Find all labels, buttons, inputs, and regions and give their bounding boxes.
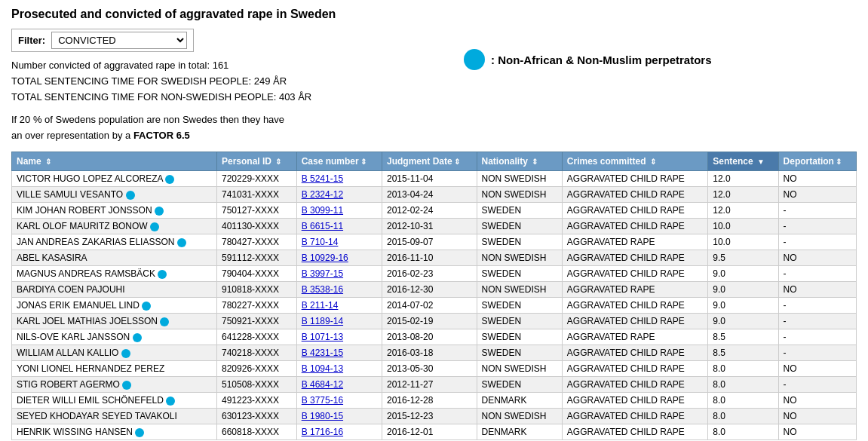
cell-date: 2013-08-20 [382,329,477,345]
factor-line2: an over representation by a FACTOR 6.5 [11,128,857,144]
cell-name: VILLE SAMULI VESANTO [12,186,217,202]
cell-case[interactable]: B 1071-13 [296,329,382,345]
cell-case[interactable]: B 3099-11 [296,202,382,218]
case-link[interactable]: B 10929-16 [302,253,348,263]
case-link[interactable]: B 3099-11 [302,205,343,216]
cell-sentence: 10.0 [708,234,778,250]
cell-case[interactable]: B 3538-16 [296,281,382,297]
case-link[interactable]: B 1189-14 [302,316,343,326]
case-link[interactable]: B 3538-16 [302,284,343,295]
col-date[interactable]: Judgment Date⇕ [382,152,477,170]
cell-case[interactable]: B 1980-15 [296,408,382,424]
cell-case[interactable]: B 710-14 [296,234,382,250]
cell-deportation: - [778,265,856,281]
cell-case[interactable]: B 5241-15 [296,170,382,186]
factor-line1: If 20 % of Swedens population are non Sw… [11,112,857,128]
cell-date: 2016-12-30 [382,281,477,297]
case-link[interactable]: B 3775-16 [302,395,343,406]
table-row: DIETER WILLI EMIL SCHÖNEFELD 491223-XXXX… [12,392,857,408]
cell-case[interactable]: B 6615-11 [296,218,382,234]
cell-name: STIG ROBERT AGERMO [12,376,217,392]
col-deportation[interactable]: Deportation⇕ [778,152,856,170]
cell-deportation: NO [778,424,856,439]
case-link[interactable]: B 211-14 [302,300,339,311]
case-link[interactable]: B 4231-15 [302,348,343,358]
cell-sentence: 9.5 [708,250,778,265]
cell-sentence: 8.5 [708,345,778,360]
cell-name: ABEL KASASIRA [12,250,217,265]
cell-case[interactable]: B 4231-15 [296,345,382,360]
case-link[interactable]: B 3997-15 [302,268,343,279]
cell-pid: 780227-XXXX [217,297,297,313]
cell-name: KARL JOEL MATHIAS JOELSSON [12,313,217,329]
case-link[interactable]: B 1071-13 [302,332,343,342]
table-row: HENRIK WISSING HANSEN 660818-XXXXB 1716-… [12,424,857,439]
cell-sentence: 8.0 [708,376,778,392]
col-crime[interactable]: Crimes committed ⇕ [562,152,707,170]
cell-deportation: NO [778,360,856,376]
cell-sentence: 9.0 [708,297,778,313]
col-name[interactable]: Name ⇕ [12,152,217,170]
non-swedish-sentence-stat: TOTAL SENTENCING TIME FOR NON-SWEDISH PE… [11,90,857,106]
case-link[interactable]: B 1094-13 [302,363,343,374]
cell-nationality: NON SWEDISH [477,408,562,424]
cell-case[interactable]: B 211-14 [296,297,382,313]
col-case[interactable]: Case number⇕ [296,152,382,170]
case-link[interactable]: B 1980-15 [302,411,343,421]
case-link[interactable]: B 1716-16 [302,427,343,437]
cell-name: KARL OLOF MAURITZ BONOW [12,218,217,234]
table-row: ABEL KASASIRA 591112-XXXXB 10929-162016-… [12,250,857,265]
cell-deportation: NO [778,392,856,408]
cell-deportation: NO [778,281,856,297]
cell-name: SEYED KHODAYAR SEYED TAVAKOLI [12,408,217,424]
cell-pid: 630123-XXXX [217,408,297,424]
cell-date: 2015-09-07 [382,234,477,250]
cell-name: KIM JOHAN ROBERT JONSSON [12,202,217,218]
cell-case[interactable]: B 10929-16 [296,250,382,265]
cell-name: MAGNUS ANDREAS RAMSBÄCK [12,265,217,281]
cell-case[interactable]: B 4684-12 [296,376,382,392]
col-sentence[interactable]: Sentence ▼ [708,152,778,170]
cell-case[interactable]: B 3997-15 [296,265,382,281]
factor-value: FACTOR 6.5 [133,130,190,141]
filter-select[interactable]: CONVICTED PROSECUTED [51,32,187,49]
cell-pid: 820926-XXXX [217,360,297,376]
case-link[interactable]: B 5241-15 [302,173,343,184]
col-pid[interactable]: Personal ID ⇕ [217,152,297,170]
col-nationality[interactable]: Nationality ⇕ [477,152,562,170]
cell-case[interactable]: B 1716-16 [296,424,382,439]
cell-nationality: NON SWEDISH [477,186,562,202]
table-row: KARL OLOF MAURITZ BONOW 401130-XXXXB 661… [12,218,857,234]
cell-crime: AGGRAVATED RAPE [562,281,707,297]
cell-name: DIETER WILLI EMIL SCHÖNEFELD [12,392,217,408]
cell-pid: 641228-XXXX [217,329,297,345]
cell-crime: AGGRAVATED RAPE [562,329,707,345]
cell-pid: 591112-XXXX [217,250,297,265]
cell-crime: AGGRAVATED CHILD RAPE [562,360,707,376]
case-link[interactable]: B 4684-12 [302,379,343,390]
cell-sentence: 8.0 [708,392,778,408]
cell-case[interactable]: B 1094-13 [296,360,382,376]
cell-crime: AGGRAVATED CHILD RAPE [562,202,707,218]
cell-case[interactable]: B 3775-16 [296,392,382,408]
cell-pid: 660818-XXXX [217,424,297,439]
cell-nationality: NON SWEDISH [477,360,562,376]
cell-case[interactable]: B 2324-12 [296,186,382,202]
cell-crime: AGGRAVATED CHILD RAPE [562,170,707,186]
cell-sentence: 9.0 [708,265,778,281]
cell-name: HENRIK WISSING HANSEN [12,424,217,439]
table-row: VILLE SAMULI VESANTO 741031-XXXXB 2324-1… [12,186,857,202]
case-link[interactable]: B 710-14 [302,237,339,247]
case-link[interactable]: B 2324-12 [302,189,343,200]
cell-crime: AGGRAVATED CHILD RAPE [562,408,707,424]
cell-pid: 401130-XXXX [217,218,297,234]
cell-deportation: NO [778,170,856,186]
cell-date: 2013-05-30 [382,360,477,376]
cell-date: 2012-11-27 [382,376,477,392]
cell-case[interactable]: B 1189-14 [296,313,382,329]
case-link[interactable]: B 6615-11 [302,221,343,231]
cell-crime: AGGRAVATED CHILD RAPE [562,313,707,329]
table-row: NILS-OVE KARL JANSSON 641228-XXXXB 1071-… [12,329,857,345]
table-row: VICTOR HUGO LOPEZ ALCOREZA 720229-XXXXB … [12,170,857,186]
cell-deportation: NO [778,250,856,265]
